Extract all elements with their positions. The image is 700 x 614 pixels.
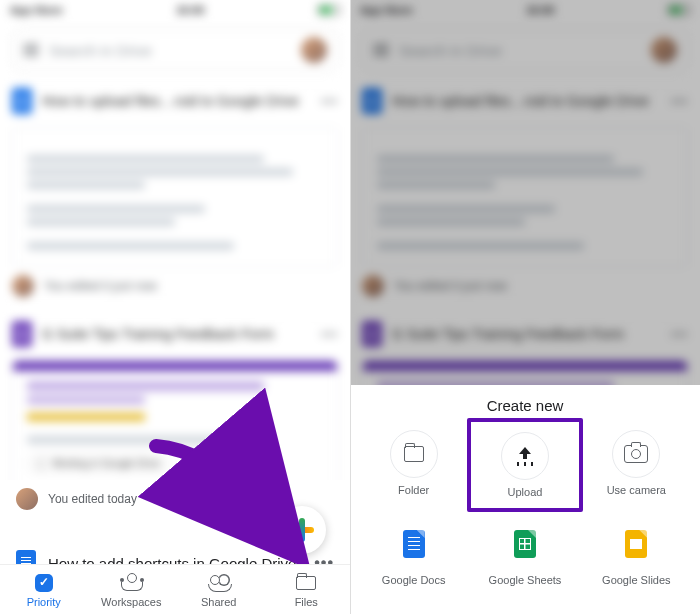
more-icon[interactable]: ••• (321, 94, 338, 109)
create-slides[interactable]: Google Slides (581, 510, 692, 596)
nav-files[interactable]: Files (263, 565, 351, 614)
plus-icon (290, 518, 314, 542)
workspaces-icon (121, 575, 141, 591)
more-icon[interactable]: ••• (321, 327, 338, 342)
create-sheets[interactable]: Google Sheets (469, 510, 580, 596)
create-folder[interactable]: Folder (358, 420, 469, 510)
activity-text: You edited today (48, 492, 137, 506)
chip: Working in Google Drive (27, 454, 169, 473)
camera-icon (624, 445, 648, 463)
folder-icon (404, 446, 424, 462)
search-input[interactable]: Search in Drive (49, 42, 291, 59)
file-preview[interactable] (12, 127, 338, 267)
file-item[interactable]: G Suite Tips Training Feedback Form ••• (12, 313, 338, 355)
file-title: How to upload files…roid to Google Drive (42, 93, 311, 109)
file-preview[interactable]: Working in Google Drive (12, 360, 338, 500)
priority-icon (35, 574, 53, 592)
nav-shared[interactable]: Shared (175, 565, 263, 614)
docs-icon (403, 530, 425, 558)
search-bar[interactable]: Search in Drive (12, 28, 338, 72)
user-avatar (16, 488, 38, 510)
create-docs[interactable]: Google Docs (358, 510, 469, 596)
status-time: 16:00 (176, 4, 204, 16)
sheets-icon (514, 530, 536, 558)
slides-icon (625, 530, 647, 558)
create-camera[interactable]: Use camera (581, 420, 692, 510)
activity-text: You edited it just now (44, 279, 157, 293)
user-avatar (12, 275, 34, 297)
bottom-nav: Priority Workspaces Shared Files (0, 564, 350, 614)
create-upload[interactable]: Upload (467, 418, 582, 512)
hamburger-icon[interactable] (23, 44, 39, 56)
battery-icon (318, 5, 340, 15)
folder-icon (296, 576, 316, 590)
upload-icon (516, 447, 534, 465)
create-fab[interactable] (278, 506, 326, 554)
shared-icon (208, 575, 230, 591)
activity-row: You edited it just now (12, 267, 338, 305)
sheet-title: Create new (350, 385, 700, 420)
create-new-sheet: Create new Folder Upload Use camera Goog… (350, 385, 700, 614)
account-avatar[interactable] (301, 37, 327, 63)
status-bar: App Store 16:00 (0, 0, 350, 20)
nav-priority[interactable]: Priority (0, 565, 88, 614)
forms-icon (12, 321, 32, 347)
docs-icon (12, 88, 32, 114)
nav-workspaces[interactable]: Workspaces (88, 565, 176, 614)
file-item[interactable]: How to upload files…roid to Google Drive… (12, 80, 338, 122)
status-left: App Store (10, 4, 63, 16)
file-title: G Suite Tips Training Feedback Form (42, 326, 311, 342)
